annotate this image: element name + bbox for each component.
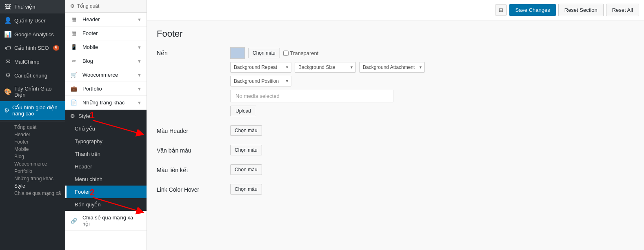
portfolio-chevron-icon: ▼ [137, 86, 142, 91]
mau-lien-ket-choose-color-button[interactable]: Chọn màu [230, 164, 262, 175]
sub-item-portfolio[interactable]: Portfolio [0, 168, 65, 175]
cai-dat-icon: ⚙ [4, 72, 11, 79]
bg-position-select[interactable]: Background Position Center Center Top Le… [230, 76, 291, 86]
style-submenu: Chủ yếu Typography Thanh trên Header Men… [65, 122, 147, 211]
media-field: No media selected [230, 90, 393, 102]
sub-item-mobile[interactable]: Mobile [0, 146, 65, 153]
nen-color-swatch[interactable] [230, 47, 245, 59]
sidebar-item-cau-hinh-seo[interactable]: 🏷 Cấu hình SEO 5 [0, 41, 65, 55]
sub-item-style[interactable]: Style [0, 182, 65, 190]
mau-header-choose-color-button[interactable]: Chọn màu [230, 125, 262, 136]
middle-item-chia-se[interactable]: 🔗 Chia sẻ qua mạng xã hội [65, 211, 147, 231]
bg-repeat-select[interactable]: Background Repeat No Repeat Repeat Repea… [230, 62, 291, 73]
middle-item-header[interactable]: ▦ Header ▼ [65, 13, 147, 27]
van-ban-mau-choose-color-button[interactable]: Chọn màu [230, 145, 262, 155]
woocommerce-icon: 🛒 [70, 72, 78, 78]
sidebar-item-google-analytics[interactable]: 📊 Google Analytics [0, 27, 65, 41]
style-sub-thanh-tren[interactable]: Thanh trên [65, 148, 147, 160]
style-sub-ban-quyen[interactable]: Bản quyền [65, 198, 147, 211]
thu-vien-icon: 🖼 [4, 3, 11, 10]
middle-item-style[interactable]: ⚙ Style [65, 110, 147, 122]
style-sub-typography[interactable]: Typography [65, 135, 147, 148]
sub-item-chia-se[interactable]: Chia sẻ qua mạng xã [0, 190, 65, 197]
sidebar-label-google-analytics: Google Analytics [14, 31, 54, 38]
mobile-chevron-icon: ▼ [137, 45, 142, 50]
style-icon: ⚙ [70, 113, 75, 119]
nhung-trang-khac-chevron-icon: ▼ [137, 100, 142, 105]
middle-item-blog-label: Blog [82, 58, 93, 64]
link-color-hover-controls: Chọn màu [230, 184, 634, 195]
bg-size-select[interactable]: Background Size Auto Cover Contain [295, 62, 356, 73]
sidebar-label-quan-ly-user: Quản lý User [14, 18, 46, 24]
link-color-hover-choose-color-button[interactable]: Chọn màu [230, 184, 262, 195]
seo-badge: 5 [53, 45, 60, 51]
style-sub-footer[interactable]: Footer [65, 186, 147, 198]
van-ban-mau-field: Văn bản màu Chọn màu [157, 145, 634, 155]
sidebar-item-cai-dat-chung[interactable]: ⚙ Cài đặt chung [0, 69, 65, 82]
sub-item-tong-quat[interactable]: Tổng quát [0, 124, 65, 131]
main-toolbar: ⊞ Save Changes Reset Section Reset All [147, 0, 644, 20]
nhung-trang-khac-icon: 📄 [70, 100, 78, 106]
middle-item-blog[interactable]: ✏ Blog ▼ [65, 54, 147, 68]
grid-view-button[interactable]: ⊞ [495, 4, 507, 15]
middle-item-woocommerce[interactable]: 🛒 Woocommerce ▼ [65, 68, 147, 82]
middle-item-mobile[interactable]: 📱 Mobile ▼ [65, 40, 147, 54]
sub-item-woocommerce[interactable]: Woocommerce [0, 160, 65, 168]
middle-item-nhung-trang-khac[interactable]: 📄 Những trang khác ▼ [65, 96, 147, 110]
mailchimp-icon: ✉ [4, 58, 11, 65]
mau-lien-ket-label: Màu liên kết [157, 164, 222, 173]
nen-label: Nền [157, 47, 222, 56]
van-ban-mau-controls: Chọn màu [230, 145, 634, 155]
link-color-hover-label: Link Color Hover [157, 184, 222, 193]
sidebar-item-mailchimp[interactable]: ✉ MailChimp [0, 55, 65, 69]
upload-button[interactable]: Upload [230, 106, 256, 116]
tong-quat-label: Tổng quát [77, 3, 99, 9]
middle-item-portfolio-label: Portfolio [82, 86, 102, 92]
sidebar-label-cai-dat-chung: Cài đặt chung [14, 73, 47, 79]
sub-item-footer[interactable]: Footer [0, 138, 65, 146]
middle-item-footer[interactable]: ▦ Footer [65, 27, 147, 40]
woocommerce-chevron-icon: ▼ [137, 73, 142, 77]
style-sub-menu-chinh[interactable]: Menu chính [65, 173, 147, 186]
sidebar: 🖼 Thư viện 👤 Quản lý User 📊 Google Analy… [0, 0, 65, 250]
reset-all-button[interactable]: Reset All [606, 4, 639, 16]
save-changes-button[interactable]: Save Changes [509, 4, 555, 16]
sidebar-label-tuy-chinh: Tùy Chỉnh Giao Diện [14, 86, 61, 98]
sidebar-item-cau-hinh-giao-dien[interactable]: ⚙ Cấu hình giao diện nâng cao [0, 101, 65, 120]
middle-item-portfolio[interactable]: 💼 Portfolio ▼ [65, 82, 147, 96]
bg-attachment-select[interactable]: Background Attachment Scroll Fixed Local [359, 62, 425, 73]
mau-lien-ket-controls: Chọn màu [230, 164, 634, 175]
middle-item-header-label: Header [82, 16, 100, 22]
mau-header-controls: Chọn màu [230, 125, 634, 136]
nen-controls: Chọn màu Transparent Background Repeat N… [230, 47, 634, 116]
middle-item-footer-label: Footer [82, 30, 98, 36]
sidebar-label-cau-hinh: Cấu hình giao diện nâng cao [12, 104, 61, 117]
cau-hinh-icon: ⚙ [4, 107, 9, 114]
reset-section-button[interactable]: Reset Section [558, 4, 604, 16]
blog-chevron-icon: ▼ [137, 59, 142, 64]
transparent-checkbox[interactable] [283, 51, 289, 56]
sub-item-header[interactable]: Header [0, 131, 65, 138]
sidebar-item-thu-vien[interactable]: 🖼 Thư viện [0, 0, 65, 13]
blog-icon: ✏ [70, 58, 78, 64]
tong-quat-icon: ⚙ [70, 3, 75, 9]
sidebar-item-quan-ly-user[interactable]: 👤 Quản lý User [0, 13, 65, 27]
van-ban-mau-label: Văn bản màu [157, 145, 222, 154]
middle-panel-header: ⚙ Tổng quát [65, 0, 147, 13]
seo-icon: 🏷 [4, 44, 11, 51]
sidebar-label-cau-hinh-seo: Cấu hình SEO [14, 45, 49, 51]
main-content: ⊞ Save Changes Reset Section Reset All F… [147, 0, 644, 250]
mobile-icon: 📱 [70, 44, 78, 50]
quan-ly-user-icon: 👤 [4, 17, 11, 24]
sub-item-nhung-trang-khac[interactable]: Những trang khác [0, 175, 65, 182]
sub-item-blog[interactable]: Blog [0, 153, 65, 160]
middle-item-nhung-trang-khac-label: Những trang khác [82, 100, 124, 106]
nen-choose-color-button[interactable]: Chọn màu [248, 48, 280, 58]
style-sub-chu-yeu[interactable]: Chủ yếu [65, 122, 147, 135]
main-body: Footer Nền Chọn màu Transparent Backgrou… [147, 20, 644, 250]
google-analytics-icon: 📊 [4, 31, 11, 38]
header-chevron-icon: ▼ [137, 17, 142, 22]
transparent-checkbox-label[interactable]: Transparent [283, 50, 319, 56]
sidebar-item-tuy-chinh-giao-dien[interactable]: 🎨 Tùy Chỉnh Giao Diện [0, 82, 65, 101]
style-sub-header[interactable]: Header [65, 160, 147, 173]
